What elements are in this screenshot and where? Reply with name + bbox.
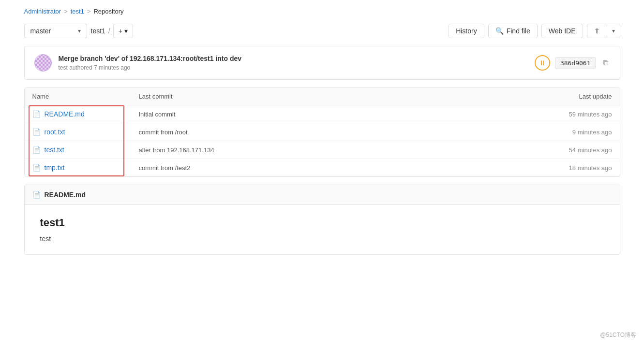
- file-name-cell: 📄 tmp.txt: [32, 164, 139, 172]
- file-icon: 📄: [32, 146, 41, 154]
- path-slash: /: [108, 27, 110, 35]
- commit-right: ⏸ 386d9061 ⧉: [535, 55, 610, 71]
- search-icon: 🔍: [495, 27, 504, 35]
- chevron-down-icon: ▾: [78, 28, 81, 34]
- web-ide-button[interactable]: Web IDE: [541, 24, 583, 38]
- commit-hash: 386d9061: [555, 57, 596, 69]
- readme-title: README.md: [45, 191, 86, 199]
- add-chevron-icon: ▾: [124, 27, 128, 35]
- last-update-cell: 59 minutes ago: [525, 111, 612, 118]
- branch-selector[interactable]: master ▾: [24, 24, 87, 38]
- add-icon: +: [119, 27, 122, 35]
- copy-hash-button[interactable]: ⧉: [601, 57, 610, 69]
- readme-file-icon: 📄: [32, 191, 41, 199]
- commit-meta: test authored 7 minutes ago: [59, 64, 242, 71]
- breadcrumb-admin[interactable]: Administrator: [24, 8, 61, 15]
- col-update: Last update: [525, 93, 612, 100]
- breadcrumb-sep1: >: [64, 8, 68, 15]
- file-name-cell: 📄 test.txt: [32, 146, 139, 154]
- breadcrumb-sep2: >: [87, 8, 91, 15]
- history-label: History: [456, 27, 477, 35]
- file-table: Name Last commit Last update 📄 README.md…: [24, 87, 620, 177]
- file-link[interactable]: root.txt: [45, 128, 65, 136]
- history-button[interactable]: History: [449, 24, 484, 38]
- readme-content: test: [40, 235, 604, 243]
- commit-msg-cell: Initial commit: [139, 111, 525, 118]
- breadcrumb-repo[interactable]: test1: [71, 8, 84, 15]
- table-row: 📄 README.md Initial commit 59 minutes ag…: [25, 105, 620, 123]
- commit-msg-cell: commit from /test2: [139, 164, 525, 172]
- file-link[interactable]: tmp.txt: [45, 164, 65, 172]
- path-section: test1 / + ▾: [91, 24, 133, 38]
- add-button[interactable]: + ▾: [113, 24, 133, 38]
- file-link[interactable]: test.txt: [45, 146, 64, 154]
- last-update-cell: 18 minutes ago: [525, 164, 612, 172]
- last-update-cell: 9 minutes ago: [525, 129, 612, 136]
- last-update-cell: 54 minutes ago: [525, 146, 612, 154]
- file-table-header: Name Last commit Last update: [25, 88, 620, 105]
- web-ide-label: Web IDE: [549, 27, 576, 35]
- repo-name: test1: [91, 27, 105, 35]
- avatar-pattern: [35, 54, 51, 72]
- files-group: 📄 README.md Initial commit 59 minutes ag…: [25, 105, 620, 176]
- file-icon: 📄: [32, 110, 41, 118]
- pipeline-status-icon: ⏸: [535, 55, 550, 71]
- breadcrumb: Administrator > test1 > Repository: [24, 8, 620, 15]
- branch-name: master: [30, 27, 51, 35]
- readme-section: 📄 README.md test1 test: [24, 185, 620, 255]
- readme-body: test1 test: [25, 205, 620, 254]
- readme-header: 📄 README.md: [25, 185, 620, 205]
- toolbar: master ▾ test1 / + ▾ History 🔍 Find file: [24, 24, 620, 38]
- deploy-chevron-icon: ▾: [612, 28, 615, 34]
- readme-heading: test1: [40, 217, 604, 229]
- file-name-cell: 📄 root.txt: [32, 128, 139, 136]
- commit-info: Merge branch 'dev' of 192.168.171.134:ro…: [34, 54, 242, 72]
- find-file-label: Find file: [507, 27, 530, 35]
- commit-card: Merge branch 'dev' of 192.168.171.134:ro…: [24, 46, 620, 80]
- deploy-arrow[interactable]: ▾: [607, 25, 620, 37]
- file-icon: 📄: [32, 164, 41, 172]
- deploy-icon: ⇧: [594, 27, 600, 35]
- file-name-cell: 📄 README.md: [32, 110, 139, 118]
- commit-msg-cell: commit from /root: [139, 129, 525, 136]
- find-file-button[interactable]: 🔍 Find file: [488, 24, 538, 38]
- file-link[interactable]: README.md: [45, 110, 85, 118]
- table-row: 📄 root.txt commit from /root 9 minutes a…: [25, 123, 620, 141]
- file-icon: 📄: [32, 128, 41, 136]
- toolbar-left: master ▾ test1 / + ▾: [24, 24, 133, 38]
- commit-msg-cell: alter from 192.168.171.134: [139, 146, 525, 154]
- col-name: Name: [32, 93, 139, 100]
- breadcrumb-current: Repository: [93, 8, 123, 15]
- commit-message: Merge branch 'dev' of 192.168.171.134:ro…: [59, 55, 242, 62]
- deploy-button-split: ⇧ ▾: [587, 24, 620, 38]
- avatar: [34, 54, 52, 72]
- deploy-main[interactable]: ⇧: [587, 24, 607, 38]
- table-row: 📄 test.txt alter from 192.168.171.134 54…: [25, 141, 620, 159]
- pause-symbol: ⏸: [539, 59, 546, 67]
- commit-text: Merge branch 'dev' of 192.168.171.134:ro…: [59, 55, 242, 71]
- col-commit: Last commit: [139, 93, 525, 100]
- table-row: 📄 tmp.txt commit from /test2 18 minutes …: [25, 159, 620, 176]
- toolbar-right: History 🔍 Find file Web IDE ⇧ ▾: [449, 24, 620, 38]
